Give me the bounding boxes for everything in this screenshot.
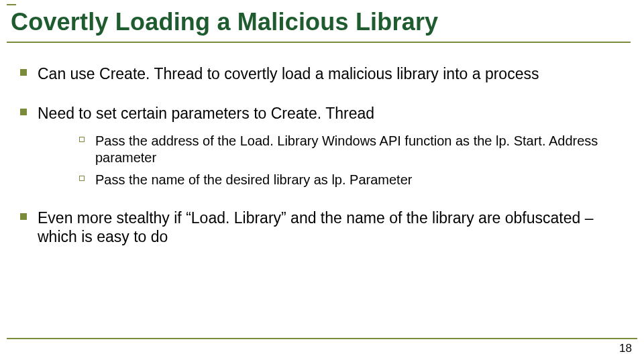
sub-bullet-group: Pass the address of the Load. Library Wi… [38, 133, 624, 188]
page-number: 18 [619, 342, 632, 355]
slide-body: Can use Create. Thread to covertly load … [20, 64, 624, 267]
open-square-bullet-icon [79, 176, 85, 181]
square-bullet-icon [20, 109, 27, 115]
bullet-level1: Can use Create. Thread to covertly load … [20, 64, 624, 84]
open-square-bullet-icon [79, 137, 85, 142]
bullet-text: Need to set certain parameters to Create… [38, 105, 374, 122]
bullet-level1: Need to set certain parameters to Create… [20, 104, 624, 188]
bullet-text: Pass the address of the Load. Library Wi… [95, 133, 598, 165]
bullet-level1: Even more stealthy if “Load. Library” an… [20, 208, 624, 247]
bullet-text: Can use Create. Thread to covertly load … [38, 65, 539, 82]
slide: Covertly Loading a Malicious Library Can… [0, 0, 644, 362]
footer-rule [7, 338, 637, 339]
title-wrap: Covertly Loading a Malicious Library [7, 8, 631, 36]
bullet-level2: Pass the address of the Load. Library Wi… [38, 133, 624, 166]
bullet-level2: Pass the name of the desired library as … [38, 172, 624, 188]
bullet-text: Pass the name of the desired library as … [95, 172, 412, 187]
square-bullet-icon [20, 69, 27, 76]
slide-title: Covertly Loading a Malicious Library [7, 8, 631, 36]
square-bullet-icon [20, 213, 27, 220]
bullet-text: Even more stealthy if “Load. Library” an… [38, 209, 593, 246]
